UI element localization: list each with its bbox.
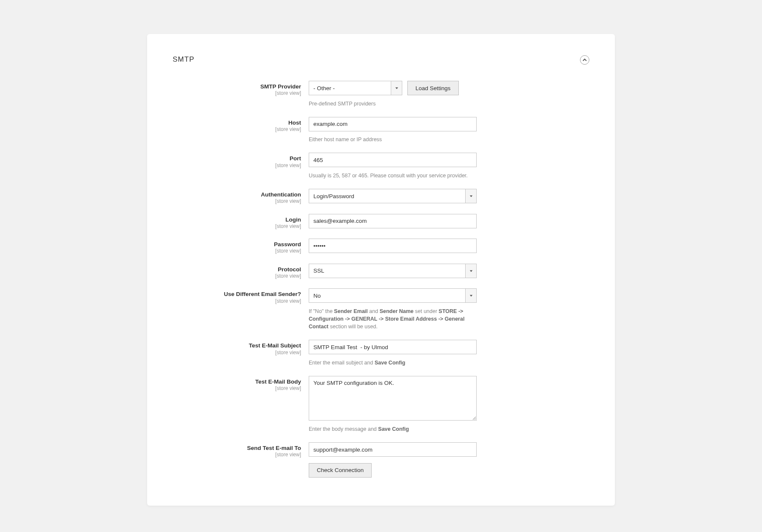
chevron-up-icon [583,58,587,62]
login-input[interactable] [309,214,477,228]
host-label: Host [173,119,301,126]
protocol-select[interactable]: SSL [309,264,477,278]
host-input[interactable] [309,117,477,131]
row-different-sender: Use Different Email Sender? [store view]… [173,288,589,304]
different-sender-select[interactable]: No [309,288,477,303]
test-subject-label: Test E-Mail Subject [173,342,301,349]
protocol-label: Protocol [173,266,301,273]
different-sender-value: No [309,293,465,299]
scope-label: [store view] [173,162,301,168]
test-body-label: Test E-Mail Body [173,378,301,385]
authentication-label: Authentication [173,191,301,198]
scope-label: [store view] [173,90,301,96]
section-header: SMTP [173,55,589,64]
send-to-label: Send Test E-mail To [173,445,301,452]
authentication-select[interactable]: Login/Password [309,189,477,203]
scope-label: [store view] [173,126,301,132]
dropdown-caret [465,189,476,203]
caret-down-icon [469,194,473,198]
svg-marker-1 [469,196,472,197]
send-to-input[interactable] [309,442,477,457]
smtp-provider-select[interactable]: - Other - [309,81,402,95]
row-protocol: Protocol [store view] SSL [173,264,589,279]
caret-down-icon [469,294,473,297]
smtp-provider-help: Pre-defined SMTP providers [309,99,477,108]
password-input[interactable] [309,239,477,253]
scope-label: [store view] [173,273,301,279]
test-body-textarea[interactable] [309,376,477,421]
caret-down-icon [395,86,398,90]
svg-marker-0 [395,87,398,89]
check-connection-button[interactable]: Check Connection [309,463,372,478]
row-port: Port [store view] [173,153,589,168]
login-label: Login [173,216,301,223]
password-label: Password [173,241,301,248]
port-label: Port [173,155,301,162]
authentication-value: Login/Password [309,193,465,199]
row-host: Host [store view] [173,117,589,133]
scope-label: [store view] [173,350,301,356]
port-help: Usually is 25, 587 or 465. Please consul… [309,171,477,179]
test-subject-input[interactable] [309,340,477,354]
scope-label: [store view] [173,385,301,391]
scope-label: [store view] [173,452,301,458]
row-smtp-provider: SMTP Provider [store view] - Other - Loa… [173,81,589,97]
row-check-connection: Check Connection [173,463,589,478]
label-col: SMTP Provider [store view] [173,81,309,97]
scope-label: [store view] [173,223,301,229]
row-send-to: Send Test E-mail To [store view] [173,442,589,458]
row-test-subject: Test E-Mail Subject [store view] [173,340,589,356]
row-password: Password [store view] [173,239,589,254]
row-authentication: Authentication [store view] Login/Passwo… [173,189,589,205]
different-sender-help: If "No" the Sender Email and Sender Name… [309,307,477,330]
scope-label: [store view] [173,198,301,204]
host-help: Either host name or IP address [309,135,477,143]
load-settings-button[interactable]: Load Settings [407,81,459,95]
protocol-value: SSL [309,267,465,274]
smtp-config-panel: SMTP SMTP Provider [store view] - Other … [147,34,615,506]
collapse-button[interactable] [580,55,589,65]
svg-marker-3 [469,295,472,297]
smtp-provider-value: - Other - [309,85,391,91]
dropdown-caret [465,264,476,278]
scope-label: [store view] [173,298,301,304]
smtp-provider-label: SMTP Provider [173,83,301,90]
port-input[interactable] [309,153,477,167]
section-title: SMTP [173,55,194,63]
test-subject-help: Enter the email subject and Save Config [309,358,477,367]
row-login: Login [store view] [173,214,589,230]
svg-marker-2 [469,270,472,272]
dropdown-caret [391,81,402,95]
scope-label: [store view] [173,248,301,254]
row-test-body: Test E-Mail Body [store view] [173,376,589,422]
caret-down-icon [469,269,473,273]
dropdown-caret [465,289,476,302]
test-body-help: Enter the body message and Save Config [309,424,477,433]
different-sender-label: Use Different Email Sender? [173,291,301,298]
